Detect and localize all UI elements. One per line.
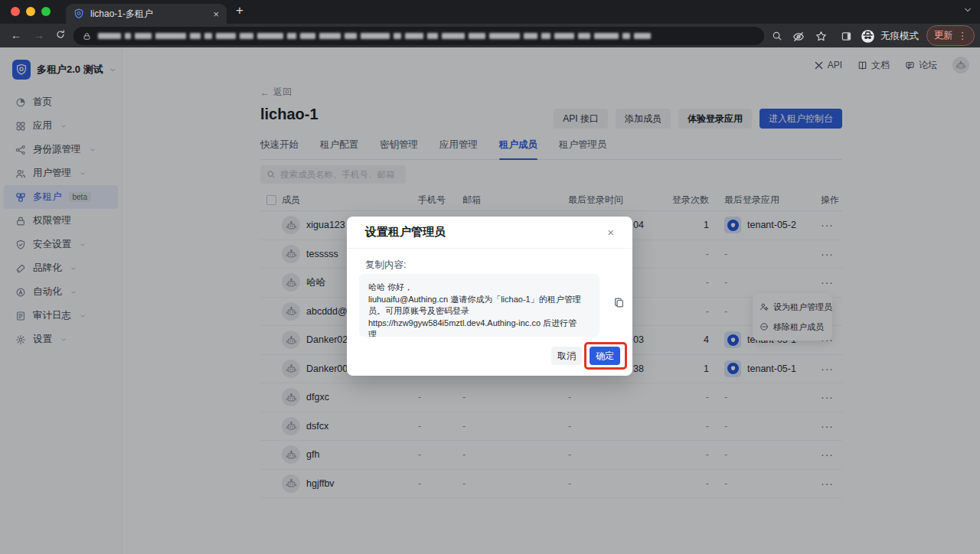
url-redacted-text <box>98 33 651 39</box>
copy-icon[interactable] <box>613 297 625 308</box>
browser-chrome: lichao-1-多租户 × + ← → 无痕模式 更新 ⋮ <box>0 0 980 47</box>
browser-menu-dots-icon[interactable]: ⋮ <box>958 30 968 41</box>
incognito-badge: 无痕模式 <box>861 26 919 46</box>
window-zoom-button[interactable] <box>41 7 51 16</box>
copy-content-label: 复制内容: <box>365 259 406 272</box>
new-tab-button[interactable]: + <box>236 3 243 18</box>
modal-header: 设置租户管理员 × <box>347 217 632 249</box>
browser-tab[interactable]: lichao-1-多租户 × <box>66 4 227 24</box>
forward-nav-icon[interactable]: → <box>34 29 44 41</box>
address-bar[interactable] <box>74 27 764 45</box>
cancel-button[interactable]: 取消 <box>551 347 582 365</box>
bookmark-star-icon[interactable] <box>815 31 827 42</box>
confirm-button[interactable]: 确定 <box>590 347 620 365</box>
tab-close-icon[interactable]: × <box>213 9 219 19</box>
tab-favicon-shield-icon <box>74 8 84 19</box>
lock-icon <box>83 32 91 41</box>
window-close-button[interactable] <box>11 7 20 16</box>
browser-toolbar: ← → 无痕模式 更新 ⋮ <box>0 24 980 47</box>
update-button[interactable]: 更新 ⋮ <box>926 25 975 46</box>
window-minimize-button[interactable] <box>26 7 35 16</box>
set-tenant-admin-modal: 设置租户管理员 × 复制内容: 哈哈 你好， liuhuaifu@Authing… <box>347 217 632 376</box>
close-icon[interactable]: × <box>607 226 614 238</box>
update-label: 更新 <box>934 29 953 42</box>
modal-title: 设置租户管理员 <box>365 225 446 240</box>
reload-icon[interactable] <box>55 29 66 40</box>
tab-title: lichao-1-多租户 <box>90 8 207 21</box>
modal-footer: 取消 确定 <box>551 347 620 365</box>
incognito-label: 无痕模式 <box>880 30 919 43</box>
incognito-icon <box>861 29 875 44</box>
window-controls <box>11 7 51 16</box>
toolbar-search-icon[interactable] <box>772 31 782 41</box>
eye-off-icon[interactable] <box>792 31 805 43</box>
tab-strip: lichao-1-多租户 × + <box>0 0 980 24</box>
invite-message-box: 哈哈 你好， liuhuaifu@Authing.cn 邀请你成为「lichao… <box>359 274 599 337</box>
side-panel-icon[interactable] <box>841 31 852 42</box>
back-nav-icon[interactable]: ← <box>11 29 21 41</box>
tab-search-chevron-icon[interactable] <box>963 5 972 15</box>
